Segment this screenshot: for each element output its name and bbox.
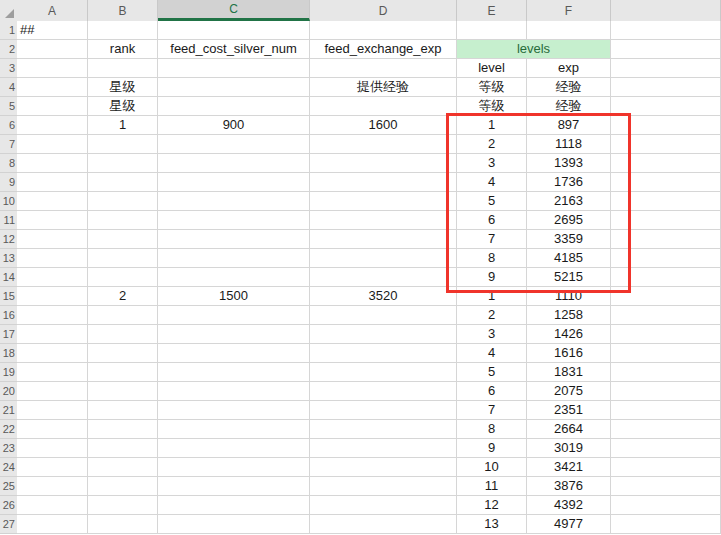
cell-A2[interactable] xyxy=(17,40,88,59)
cell-G24[interactable] xyxy=(611,458,721,477)
cell-A6[interactable] xyxy=(17,116,88,135)
cell-E10[interactable]: 5 xyxy=(457,192,527,211)
cell-A22[interactable] xyxy=(17,420,88,439)
row-header-27[interactable]: 27 xyxy=(0,515,17,534)
cell-B23[interactable] xyxy=(88,439,158,458)
cell-F3[interactable]: exp xyxy=(527,59,611,78)
cell-A5[interactable] xyxy=(17,97,88,116)
cell-B16[interactable] xyxy=(88,306,158,325)
cell-D14[interactable] xyxy=(310,268,457,287)
cell-B25[interactable] xyxy=(88,477,158,496)
cell-F14[interactable]: 5215 xyxy=(527,268,611,287)
cell-E15[interactable]: 1 xyxy=(457,287,527,306)
cell-F6[interactable]: 897 xyxy=(527,116,611,135)
row-header-24[interactable]: 24 xyxy=(0,458,17,477)
cell-B10[interactable] xyxy=(88,192,158,211)
cell-C6[interactable]: 900 xyxy=(158,116,310,135)
cell-A4[interactable] xyxy=(17,78,88,97)
cell-D8[interactable] xyxy=(310,154,457,173)
cell-D25[interactable] xyxy=(310,477,457,496)
cell-E17[interactable]: 3 xyxy=(457,325,527,344)
cell-A26[interactable] xyxy=(17,496,88,515)
cell-B5[interactable]: 星级 xyxy=(88,97,158,116)
cell-G26[interactable] xyxy=(611,496,721,515)
cell-E7[interactable]: 2 xyxy=(457,135,527,154)
cell-E6[interactable]: 1 xyxy=(457,116,527,135)
cell-G27[interactable] xyxy=(611,515,721,534)
cell-F15[interactable]: 1110 xyxy=(527,287,611,306)
column-header-E[interactable]: E xyxy=(457,0,527,21)
cell-G15[interactable] xyxy=(611,287,721,306)
cell-D21[interactable] xyxy=(310,401,457,420)
cell-A15[interactable] xyxy=(17,287,88,306)
select-all-button[interactable] xyxy=(0,0,17,21)
cell-F4[interactable]: 经验 xyxy=(527,78,611,97)
row-header-14[interactable]: 14 xyxy=(0,268,17,287)
cell-C26[interactable] xyxy=(158,496,310,515)
cell-G16[interactable] xyxy=(611,306,721,325)
cell-D20[interactable] xyxy=(310,382,457,401)
cell-D22[interactable] xyxy=(310,420,457,439)
column-header-C[interactable]: C xyxy=(158,0,310,21)
cell-D5[interactable] xyxy=(310,97,457,116)
cell-C25[interactable] xyxy=(158,477,310,496)
cell-E9[interactable]: 4 xyxy=(457,173,527,192)
column-header-F[interactable]: F xyxy=(527,0,611,21)
cell-C3[interactable] xyxy=(158,59,310,78)
cell-C10[interactable] xyxy=(158,192,310,211)
cell-E16[interactable]: 2 xyxy=(457,306,527,325)
cell-C4[interactable] xyxy=(158,78,310,97)
cell-C11[interactable] xyxy=(158,211,310,230)
cell-E24[interactable]: 10 xyxy=(457,458,527,477)
row-header-8[interactable]: 8 xyxy=(0,154,17,173)
cell-F19[interactable]: 1831 xyxy=(527,363,611,382)
cell-F26[interactable]: 4392 xyxy=(527,496,611,515)
cell-F5[interactable]: 经验 xyxy=(527,97,611,116)
cell-F16[interactable]: 1258 xyxy=(527,306,611,325)
cell-B1[interactable] xyxy=(88,21,158,40)
cell-C2[interactable]: feed_cost_silver_num xyxy=(158,40,310,59)
cell-F12[interactable]: 3359 xyxy=(527,230,611,249)
cell-E20[interactable]: 6 xyxy=(457,382,527,401)
cell-E3[interactable]: level xyxy=(457,59,527,78)
cell-C20[interactable] xyxy=(158,382,310,401)
row-header-22[interactable]: 22 xyxy=(0,420,17,439)
row-header-19[interactable]: 19 xyxy=(0,363,17,382)
cell-A11[interactable] xyxy=(17,211,88,230)
cell-G21[interactable] xyxy=(611,401,721,420)
row-header-3[interactable]: 3 xyxy=(0,59,17,78)
row-header-18[interactable]: 18 xyxy=(0,344,17,363)
cell-E1[interactable] xyxy=(457,21,527,40)
cell-B24[interactable] xyxy=(88,458,158,477)
cell-G19[interactable] xyxy=(611,363,721,382)
cell-C5[interactable] xyxy=(158,97,310,116)
cell-G5[interactable] xyxy=(611,97,721,116)
cell-G22[interactable] xyxy=(611,420,721,439)
row-header-25[interactable]: 25 xyxy=(0,477,17,496)
cell-C18[interactable] xyxy=(158,344,310,363)
cell-B17[interactable] xyxy=(88,325,158,344)
cell-E23[interactable]: 9 xyxy=(457,439,527,458)
cell-B9[interactable] xyxy=(88,173,158,192)
cell-F24[interactable]: 3421 xyxy=(527,458,611,477)
cell-C15[interactable]: 1500 xyxy=(158,287,310,306)
cell-D9[interactable] xyxy=(310,173,457,192)
cell-C13[interactable] xyxy=(158,249,310,268)
cell-F18[interactable]: 1616 xyxy=(527,344,611,363)
cell-D15[interactable]: 3520 xyxy=(310,287,457,306)
cell-C9[interactable] xyxy=(158,173,310,192)
cell-A8[interactable] xyxy=(17,154,88,173)
cell-F23[interactable]: 3019 xyxy=(527,439,611,458)
cell-E22[interactable]: 8 xyxy=(457,420,527,439)
cell-F10[interactable]: 2163 xyxy=(527,192,611,211)
cell-B27[interactable] xyxy=(88,515,158,534)
cell-D7[interactable] xyxy=(310,135,457,154)
cell-A7[interactable] xyxy=(17,135,88,154)
cell-E5[interactable]: 等级 xyxy=(457,97,527,116)
cell-D6[interactable]: 1600 xyxy=(310,116,457,135)
cell-F25[interactable]: 3876 xyxy=(527,477,611,496)
cell-A25[interactable] xyxy=(17,477,88,496)
cell-A19[interactable] xyxy=(17,363,88,382)
cell-B7[interactable] xyxy=(88,135,158,154)
cell-D13[interactable] xyxy=(310,249,457,268)
